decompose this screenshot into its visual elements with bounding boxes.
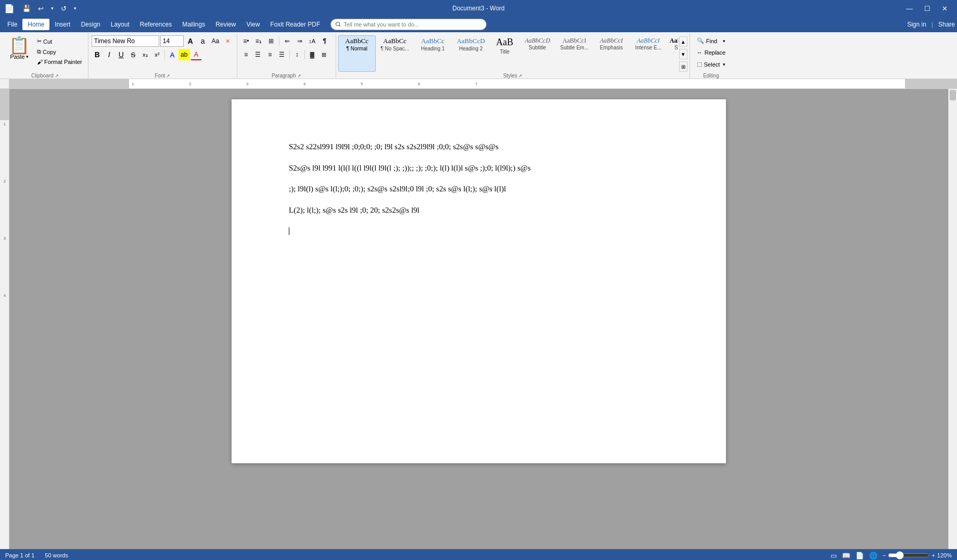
document-page[interactable]: S2s2 s22sl991 l9l9l ;0;0;0; ;0; l9l s2s … (232, 99, 726, 463)
share-button[interactable]: Share (938, 21, 955, 28)
menu-references[interactable]: References (135, 19, 177, 30)
subscript-button[interactable]: x₂ (139, 49, 151, 60)
italic-button[interactable]: I (104, 49, 115, 60)
align-left-button[interactable]: ≡ (240, 49, 252, 60)
zoom-out-button[interactable]: − (883, 552, 886, 558)
print-layout-icon[interactable]: 📄 (856, 552, 864, 559)
scissors-icon: ✂ (37, 38, 42, 45)
redo-button[interactable]: ↺ (58, 4, 69, 14)
select-button[interactable]: ⬚ Select ▾ (693, 59, 729, 70)
style-emphasis[interactable]: AaBbCcI Emphasis (594, 35, 629, 72)
text-effects-button[interactable]: A (167, 49, 178, 60)
undo-dropdown-button[interactable]: ▾ (48, 5, 56, 12)
change-case-button[interactable]: Aa (210, 35, 221, 47)
cut-button[interactable]: ✂ Cut (34, 36, 85, 46)
tell-me-input[interactable] (330, 19, 487, 30)
paragraph-5[interactable] (289, 225, 674, 237)
style-title[interactable]: AaB Title (490, 35, 519, 72)
menu-foxit[interactable]: Foxit Reader PDF (265, 19, 325, 30)
decrease-indent-button[interactable]: ⇐ (282, 35, 293, 47)
style-intense-emph[interactable]: AaBbCcI Intense E... (630, 35, 667, 72)
horizontal-ruler: 1 2 3 4 5 6 7 (9, 79, 957, 88)
style-heading1[interactable]: AaBbCc Heading 1 (414, 35, 452, 72)
font-name-input[interactable] (92, 35, 159, 47)
shading-button[interactable]: ▓ (307, 49, 318, 60)
copy-button[interactable]: ⧉ Copy (34, 47, 85, 57)
text-highlight-button[interactable]: ab (178, 49, 190, 60)
scrollbar-thumb[interactable] (950, 90, 956, 100)
font-expand-icon[interactable]: ↗ (166, 73, 170, 79)
paragraph-4[interactable]: L(2); l(l;); s@s s2s l9l ;0; 20; s2s2s@s… (289, 204, 674, 216)
web-layout-icon[interactable]: 🌐 (869, 552, 877, 559)
style-subtle-emph[interactable]: AaBbCcI Subtle Em... (556, 35, 593, 72)
paragraph-2[interactable]: S2s@s l9l l991 l(l(l l((l l9l(l l9l(l ;)… (289, 162, 674, 174)
restore-button[interactable]: ☐ (919, 3, 936, 15)
bullets-button[interactable]: ≡• (240, 35, 252, 47)
bold-button[interactable]: B (92, 49, 103, 60)
increase-indent-button[interactable]: ⇒ (294, 35, 305, 47)
line-spacing-button[interactable]: ↕ (291, 49, 303, 60)
paragraph-1[interactable]: S2s2 s22sl991 l9l9l ;0;0;0; ;0; l9l s2s … (289, 141, 674, 153)
right-scrollbar[interactable] (948, 89, 957, 549)
menu-file[interactable]: File (2, 19, 22, 30)
find-button[interactable]: 🔍 Find ▾ (693, 35, 729, 46)
style-strong[interactable]: AaBbCcI Strong (668, 35, 678, 72)
style-subtitle[interactable]: AaBbCcD Subtitle (520, 35, 555, 72)
show-hide-button[interactable]: ¶ (319, 35, 330, 47)
select-dropdown-icon: ▾ (723, 62, 725, 67)
justify-button[interactable]: ☰ (276, 49, 288, 60)
style-no-spacing[interactable]: AaBbCc ¶ No Spac... (376, 35, 414, 72)
menu-view[interactable]: View (241, 19, 265, 30)
font-color-button[interactable]: A (190, 49, 202, 60)
style-heading2[interactable]: AaBbCcD Heading 2 (452, 35, 490, 72)
styles-scroll-up[interactable]: ▲ (679, 36, 687, 47)
minimize-button[interactable]: — (901, 3, 918, 15)
customize-qat-button[interactable]: ▾ (71, 5, 79, 12)
page-info: Page 1 of 1 (5, 552, 34, 558)
undo-button[interactable]: ↩ (35, 4, 46, 14)
menu-design[interactable]: Design (75, 19, 105, 30)
document-scroll-area[interactable]: S2s2 s22sl991 l9l9l ;0;0;0; ;0; l9l s2s … (9, 89, 948, 549)
svg-text:6: 6 (418, 82, 420, 86)
replace-button[interactable]: ↔ Replace (693, 47, 729, 58)
signin-area: Sign in | Share (907, 21, 955, 28)
shrink-font-button[interactable]: a (197, 35, 209, 47)
style-normal[interactable]: AaBbCc ¶ Normal (338, 35, 376, 72)
paragraph-expand-icon[interactable]: ↗ (297, 73, 301, 79)
menu-mailings[interactable]: Mailings (177, 19, 210, 30)
find-icon: 🔍 (697, 37, 704, 44)
grow-font-button[interactable]: A (185, 35, 196, 47)
strikethrough-button[interactable]: S (127, 49, 139, 60)
menu-insert[interactable]: Insert (49, 19, 75, 30)
align-right-button[interactable]: ≡ (264, 49, 276, 60)
menu-review[interactable]: Review (210, 19, 241, 30)
font-size-input[interactable] (160, 35, 184, 47)
borders-button[interactable]: ⊞ (318, 49, 330, 60)
sort-button[interactable]: ↕A (307, 35, 318, 47)
paragraph-3[interactable]: ;); l9l(l) s@s l(l;);0; ;0;); s2s@s s2sl… (289, 183, 674, 195)
zoom-in-button[interactable]: + (932, 552, 935, 558)
styles-expand[interactable]: ⊞ (679, 61, 687, 72)
paste-button[interactable]: 📋 Paste ▾ (5, 35, 33, 61)
read-mode-icon[interactable]: 📖 (842, 552, 850, 559)
align-center-button[interactable]: ☰ (252, 49, 264, 60)
page-content[interactable]: S2s2 s22sl991 l9l9l ;0;0;0; ;0; l9l s2s … (289, 141, 674, 237)
superscript-button[interactable]: x² (151, 49, 163, 60)
underline-button[interactable]: U (116, 49, 127, 60)
styles-expand-icon[interactable]: ↗ (518, 73, 522, 79)
numbering-button[interactable]: ≡₁ (253, 35, 264, 47)
close-button[interactable]: ✕ (937, 3, 953, 15)
zoom-slider[interactable] (888, 551, 929, 559)
signin-button[interactable]: Sign in (907, 21, 926, 28)
separator (289, 50, 290, 59)
styles-scroll-down[interactable]: ▼ (679, 49, 687, 59)
multilevel-button[interactable]: ⊞ (265, 35, 277, 47)
menu-layout[interactable]: Layout (106, 19, 135, 30)
menu-home[interactable]: Home (22, 19, 49, 30)
format-painter-button[interactable]: 🖌 Format Painter (34, 57, 85, 67)
clipboard-expand-icon[interactable]: ↗ (55, 73, 59, 79)
save-button[interactable]: 💾 (20, 4, 33, 14)
paragraph-group: ≡• ≡₁ ⊞ ⇐ ⇒ ↕A ¶ ≡ ☰ ≡ ☰ ↕ ▓ ⊞ P (237, 33, 336, 79)
clear-format-button[interactable]: ✕ (222, 35, 234, 47)
layout-mode-icon[interactable]: ▭ (831, 552, 837, 559)
